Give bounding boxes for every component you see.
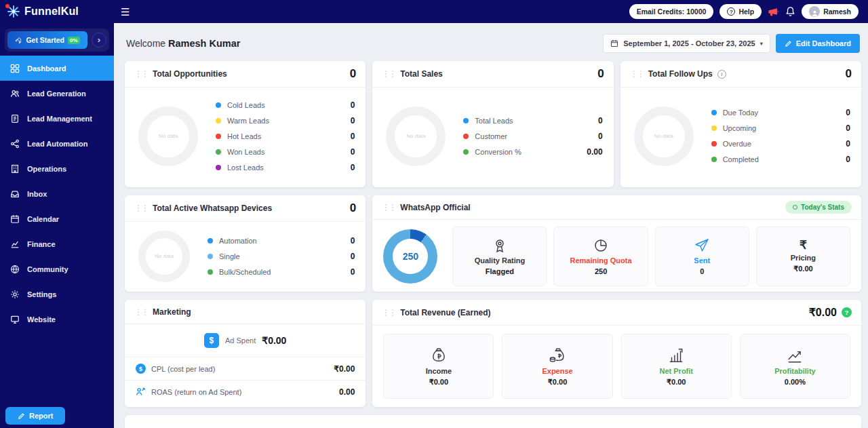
legend-item: Overdue0 — [711, 139, 850, 149]
sidebar-item-settings[interactable]: Settings — [0, 281, 114, 307]
legend-item: Upcoming0 — [711, 123, 850, 133]
sidebar-item-label: Lead Generation — [27, 90, 86, 98]
legend-value: 0 — [846, 123, 850, 133]
sidebar-item-calendar[interactable]: Calendar — [0, 206, 114, 231]
card-title: Total Sales — [400, 69, 442, 79]
sidebar-item-lead-management[interactable]: Lead Management — [0, 106, 114, 131]
todays-stats-label: Today's Stats — [801, 203, 844, 211]
legend: Total Leads0 Customer0 Conversion %0.00 — [463, 116, 602, 157]
calendar-icon — [610, 39, 618, 47]
sidebar-item-operations[interactable]: Operations — [0, 156, 114, 181]
bell-icon[interactable] — [785, 6, 795, 17]
card-total-opportunities: ⋮⋮ Total Opportunities 0 No data Cold Le… — [125, 61, 366, 187]
sidebar-item-lead-generation[interactable]: Lead Generation — [0, 81, 114, 106]
get-started-button[interactable]: Get Started 0% — [7, 31, 87, 49]
main-content: Welcome Ramesh Kumar September 1, 2025 -… — [114, 23, 868, 428]
legend-dot — [463, 118, 469, 123]
drag-handle-icon[interactable]: ⋮⋮ — [630, 69, 644, 79]
edit-dashboard-button[interactable]: Edit Dashboard — [776, 34, 860, 53]
legend-value: 0 — [846, 139, 850, 149]
sidebar-item-community[interactable]: Community — [0, 256, 114, 281]
brand[interactable]: FunnelKul — [0, 5, 114, 18]
partial-card — [125, 415, 861, 428]
sidebar-item-inbox[interactable]: Inbox — [0, 181, 114, 206]
legend-label: Hot Leads — [227, 132, 261, 140]
legend-label: Single — [219, 252, 240, 260]
stat-value: Flagged — [486, 267, 514, 275]
trending-up-icon — [786, 347, 804, 364]
legend-dot — [711, 125, 717, 131]
announcements-icon[interactable] — [768, 7, 779, 17]
email-credits-button[interactable]: Email Credits: 10000 — [629, 4, 714, 19]
sidebar-item-label: Lead Automation — [27, 140, 87, 148]
sidebar-item-website[interactable]: Website — [0, 307, 114, 332]
drag-handle-icon[interactable]: ⋮⋮ — [134, 203, 148, 213]
legend-value: 0 — [351, 163, 355, 172]
stat-sent: Sent 0 — [655, 227, 749, 286]
card-whatsapp-official: ⋮⋮ WhatsApp Official Today's Stats 250 Q… — [372, 195, 861, 292]
drag-handle-icon[interactable]: ⋮⋮ — [134, 69, 148, 79]
welcome-text: Welcome Ramesh Kumar — [126, 38, 240, 49]
clock-icon — [793, 205, 797, 210]
empty-donut-chart: No data — [386, 106, 446, 166]
money-bag-icon — [430, 347, 448, 364]
drag-handle-icon[interactable]: ⋮⋮ — [382, 203, 395, 212]
legend-dot — [208, 238, 213, 244]
legend-value: 0 — [351, 147, 355, 157]
brand-logo-icon — [7, 5, 20, 18]
marketing-row-roas: ROAS (return on Ad Spent) 0.00 — [125, 381, 366, 403]
legend-value: 0 — [351, 100, 355, 110]
card-count: 0 — [846, 67, 852, 81]
award-icon — [492, 237, 508, 254]
menu-icon[interactable]: ☰ — [121, 7, 130, 17]
stat-income: Income ₹0.00 — [383, 334, 494, 399]
date-range-picker[interactable]: September 1, 2025 - October 23, 2025 ▾ — [603, 34, 770, 53]
legend-value: 0 — [598, 132, 603, 141]
pencil-icon — [18, 412, 25, 420]
sidebar-item-label: Finance — [27, 240, 56, 248]
user-menu[interactable]: Ramesh — [802, 4, 859, 19]
report-button[interactable]: Report — [5, 407, 65, 425]
stat-profitability: Profitability 0.00% — [740, 334, 850, 399]
marketing-row-label: CPL (cost per lead) — [151, 365, 215, 373]
marketing-row-value: 0.00 — [339, 387, 355, 397]
legend-value: 0.00 — [587, 147, 602, 157]
report-label: Report — [29, 412, 53, 420]
no-data-label: No data — [406, 133, 425, 139]
sidebar-item-finance[interactable]: Finance — [0, 231, 114, 256]
legend-label: Won Leads — [227, 148, 264, 156]
help-icon[interactable]: ? — [842, 307, 852, 317]
get-started-label: Get Started — [26, 36, 64, 44]
sidebar-item-dashboard[interactable]: Dashboard — [0, 56, 114, 81]
help-button[interactable]: ? Help — [719, 4, 762, 19]
legend-value: 0 — [351, 116, 355, 125]
drag-handle-icon[interactable]: ⋮⋮ — [382, 69, 395, 79]
no-data-label: No data — [654, 133, 673, 139]
legend-dot — [463, 149, 469, 155]
lead-automation-icon — [10, 139, 20, 149]
legend-value: 0 — [351, 267, 355, 277]
sidebar-item-lead-automation[interactable]: Lead Automation — [0, 131, 114, 156]
sidebar-item-label: Lead Management — [27, 115, 92, 123]
legend-value: 0 — [846, 108, 850, 117]
info-icon[interactable]: i — [717, 70, 726, 79]
page-header: Welcome Ramesh Kumar September 1, 2025 -… — [126, 34, 860, 53]
drag-handle-icon[interactable]: ⋮⋮ — [134, 307, 148, 317]
card-title: WhatsApp Official — [400, 203, 470, 212]
legend-dot — [216, 102, 221, 108]
legend-dot — [208, 254, 213, 259]
quota-donut-value: 250 — [403, 251, 418, 262]
legend-label: Upcoming — [723, 124, 757, 132]
legend-dot — [208, 269, 213, 275]
legend-label: Total Leads — [475, 117, 513, 125]
todays-stats-badge: Today's Stats — [785, 201, 852, 214]
get-started-expand-button[interactable]: › — [92, 33, 106, 47]
drag-handle-icon[interactable]: ⋮⋮ — [382, 308, 395, 317]
topbar: FunnelKul ☰ Email Credits: 10000 ? Help — [0, 0, 868, 23]
website-icon — [10, 315, 20, 324]
finance-icon — [10, 239, 20, 249]
quota-donut-chart: 250 — [383, 229, 437, 284]
sidebar-nav: Dashboard Lead Generation Lead Managemen… — [0, 56, 114, 332]
card-title: Marketing — [153, 307, 191, 317]
stat-label: Income — [426, 367, 452, 375]
